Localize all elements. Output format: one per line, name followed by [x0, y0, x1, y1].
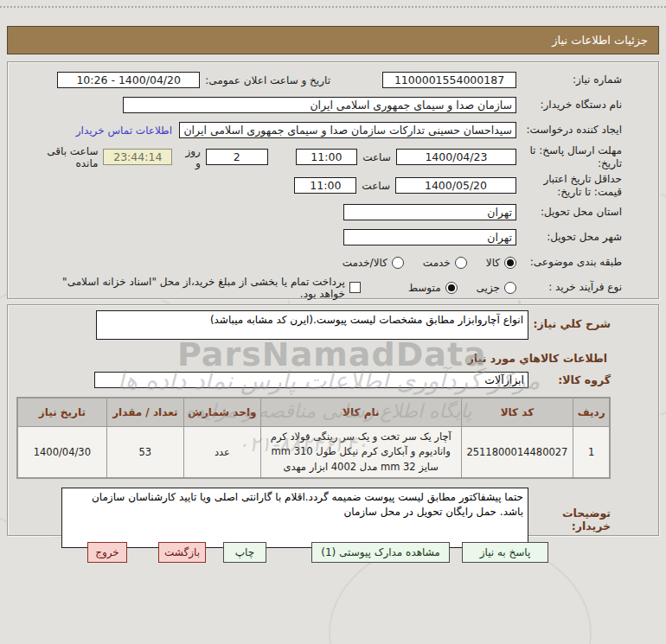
col-date: تاریخ نیاز	[18, 399, 106, 426]
reply-deadline-hour-label: ساعت	[362, 151, 391, 163]
need-desc-field[interactable]: انواع آچاروابزار مطابق مشخصات لیست پیوست…	[96, 310, 528, 340]
page-title-text: جزئیات اطلاعات نیاز	[552, 34, 648, 47]
view-attachments-button[interactable]: مشاهده مدارک پیوستی (1)	[311, 542, 450, 563]
province-label: استان محل تحویل:	[516, 206, 622, 219]
price-validity-hour-label: ساعت	[362, 180, 390, 192]
need-number-field[interactable]: 1100001554000187	[382, 72, 516, 88]
remaining-days-field: 2	[206, 149, 268, 165]
row-need-number: شماره نیاز: 1100001554000187 تاریخ و ساع…	[16, 67, 622, 92]
price-validity-label: حداقل تاریخ اعتبار قیمت: تا تاریخ:	[516, 173, 622, 199]
radio-goods[interactable]	[504, 257, 516, 269]
radio-service[interactable]	[455, 257, 467, 269]
row-creator: ایجاد کننده درخواست: سیداحسان حسینی تدار…	[16, 118, 622, 143]
process-type-label: نوع فرآیند خرید :	[516, 281, 622, 294]
cell-row: 1	[573, 427, 609, 477]
col-qty: تعداد / مقدار	[107, 399, 183, 426]
action-buttons: پاسخ به نیاز مشاهده مدارک پیوستی (1) چاپ…	[87, 542, 548, 563]
need-info-panel: شماره نیاز: 1100001554000187 تاریخ و ساع…	[7, 61, 659, 299]
row-price-validity: حداقل تاریخ اعتبار قیمت: تا تاریخ: 1400/…	[16, 171, 622, 200]
classification-label: طبقه بندی موضوعی:	[516, 256, 622, 269]
row-process-type: نوع فرآیند خرید : جزیی متوسط پرداخت تمام…	[16, 275, 622, 300]
radio-goods-label: کالا	[486, 257, 500, 269]
row-province: استان محل تحویل: تهران	[16, 200, 622, 225]
goods-group-field[interactable]: ابزارآلات	[94, 372, 528, 388]
top-divider	[0, 6, 666, 8]
goods-section-header: اطلاعات کالاهاي مورد نیاز	[16, 352, 607, 365]
province-field[interactable]: تهران	[343, 204, 516, 220]
creator-field[interactable]: سیداحسان حسینی تدارکات سازمان صدا و سیما…	[179, 122, 516, 138]
announce-label: تاریخ و ساعت اعلان عمومی:	[205, 74, 330, 86]
reply-button[interactable]: پاسخ به نیاز	[462, 542, 548, 563]
goods-table-header-row: ردیف کد کالا نام کالا واحد شمارش تعداد /…	[18, 399, 609, 426]
exit-button[interactable]: خروج	[87, 542, 127, 563]
row-goods-group: گروه کالا: ابزارآلات	[16, 372, 611, 388]
row-classification: طبقه بندی موضوعی: کالا خدمت کالا/خدمت	[16, 250, 622, 275]
col-name: نام کالا	[261, 399, 461, 426]
goods-group-label: گروه کالا:	[528, 373, 611, 386]
radio-goods-service-label: کالا/خدمت	[343, 257, 387, 269]
buyer-org-label: نام دستگاه خریدار:	[516, 99, 622, 112]
price-validity-date-field[interactable]: 1400/05/20	[395, 177, 516, 194]
buyer-notes-label: توضیحات خریدار:	[528, 488, 611, 532]
cell-name: آچار یک سر تخت و یک سر رینگی فولاد کرم و…	[261, 427, 461, 477]
need-number-label: شماره نیاز:	[516, 73, 622, 86]
radio-partial-label: جزیی	[477, 282, 500, 294]
row-city: شهر محل تحویل: تهران	[16, 225, 622, 250]
col-code: کد کالا	[462, 399, 573, 426]
col-unit: واحد شمارش	[184, 399, 260, 426]
reply-deadline-time-field[interactable]: 11:00	[296, 149, 358, 165]
countdown-label: ساعت باقی مانده	[22, 145, 98, 169]
need-desc-label: شرح کلي نیاز:	[528, 310, 611, 330]
radio-service-label: خدمت	[423, 257, 451, 269]
col-row: ردیف	[573, 399, 609, 426]
goods-table: ردیف کد کالا نام کالا واحد شمارش تعداد /…	[16, 397, 611, 479]
buyer-notes-field[interactable]: حتما پیشفاکتور مطابق لیست پیوست ضمیمه گر…	[61, 488, 528, 548]
row-buyer-notes: توضیحات خریدار: حتما پیشفاکتور مطابق لیس…	[16, 488, 611, 548]
row-reply-deadline: مهلت ارسال پاسخ: تا تاریخ: 1400/04/23 سا…	[16, 143, 622, 171]
back-button[interactable]: بازگشت	[158, 542, 206, 563]
page-title: جزئیات اطلاعات نیاز	[7, 26, 659, 54]
announce-field[interactable]: 1400/04/20 - 10:26	[57, 72, 200, 88]
print-button[interactable]: چاپ	[223, 542, 266, 563]
radio-partial[interactable]	[504, 282, 516, 294]
table-row: 1 2511800014480027 آچار یک سر تخت و یک س…	[18, 427, 609, 477]
city-field[interactable]: تهران	[343, 229, 516, 245]
cell-code: 2511800014480027	[462, 427, 573, 477]
row-need-desc: شرح کلي نیاز: انواع آچاروابزار مطابق مشخ…	[16, 310, 611, 340]
creator-label: ایجاد کننده درخواست:	[516, 124, 622, 137]
goods-info-panel: شرح کلي نیاز: انواع آچاروابزار مطابق مشخ…	[7, 304, 659, 536]
reply-deadline-date-field[interactable]: 1400/04/23	[396, 149, 516, 165]
treasury-docs-checkbox-label: پرداخت تمام یا بخشی از مبلغ خرید،از محل …	[35, 276, 345, 300]
goods-table-wrap: ردیف کد کالا نام کالا واحد شمارش تعداد /…	[16, 397, 611, 479]
treasury-docs-checkbox[interactable]	[349, 282, 361, 293]
countdown-timer: 23:44:14	[103, 149, 172, 165]
cell-unit: عدد	[184, 427, 260, 477]
row-buyer-org: نام دستگاه خریدار: سازمان صدا و سیمای جم…	[16, 92, 622, 118]
city-label: شهر محل تحویل:	[516, 231, 622, 244]
remaining-days-label: روز و	[177, 145, 201, 169]
reply-deadline-label: مهلت ارسال پاسخ: تا تاریخ:	[516, 144, 622, 170]
cell-date: 1400/04/30	[18, 427, 106, 477]
buyer-contact-link[interactable]: اطلاعات تماس خریدار	[76, 124, 172, 137]
price-validity-time-field[interactable]: 11:00	[294, 177, 356, 194]
buyer-org-field[interactable]: سازمان صدا و سیمای جمهوری اسلامی ایران	[123, 97, 516, 113]
cell-qty: 53	[107, 427, 183, 477]
radio-medium[interactable]	[445, 282, 458, 294]
need-details-window: 0101 1001 10 جزئیات اطلاعات نیاز شماره ن…	[0, 0, 666, 644]
radio-medium-label: متوسط	[408, 282, 441, 294]
radio-goods-service[interactable]	[392, 257, 404, 269]
